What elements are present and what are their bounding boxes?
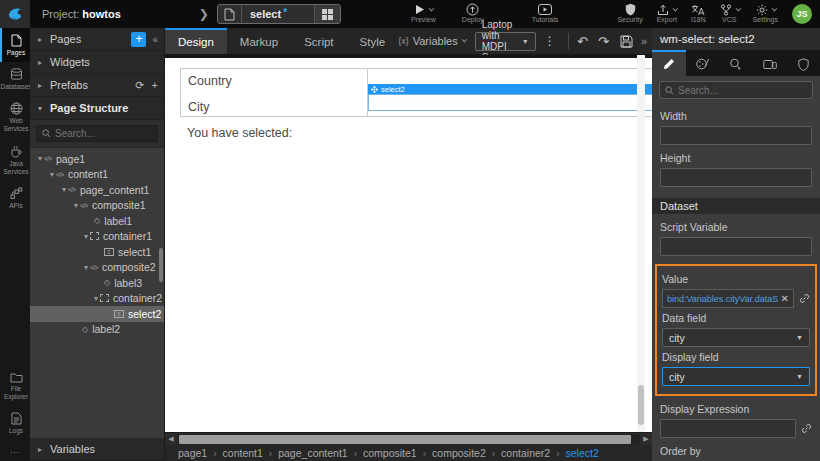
tree-node-label3[interactable]: label3 <box>30 275 164 291</box>
expand-right-icon[interactable]: » <box>641 35 647 47</box>
section-header-pages[interactable]: Pages + « <box>30 28 164 51</box>
tree-search-input[interactable] <box>55 128 152 139</box>
tab-design[interactable]: Design <box>165 28 227 54</box>
breadcrumb-composite1[interactable]: composite1 <box>363 447 432 459</box>
tree-node-composite1[interactable]: </>composite1 <box>30 198 164 214</box>
bind-link-icon[interactable] <box>801 423 812 434</box>
user-avatar[interactable]: JS <box>792 4 812 24</box>
tab-styles[interactable] <box>686 50 720 76</box>
value-binding-input[interactable]: bind:Variables.cityVar.dataSet ✕ <box>662 289 794 308</box>
scroll-left-icon[interactable]: ◀ <box>165 435 177 443</box>
section-header-widgets[interactable]: Widgets <box>30 51 164 74</box>
tree-node-composite2[interactable]: </>composite2 <box>30 260 164 276</box>
section-header-page-structure[interactable]: Page Structure <box>30 97 164 120</box>
clear-binding-icon[interactable]: ✕ <box>781 293 789 304</box>
data-field-select[interactable]: city ▼ <box>662 328 810 347</box>
scrollbar-thumb[interactable] <box>179 435 631 444</box>
expand-icon[interactable] <box>72 201 80 210</box>
design-canvas[interactable]: Country City select2 You have sele <box>165 55 652 432</box>
expand-icon[interactable] <box>82 232 90 241</box>
page-grid-button[interactable] <box>314 5 340 23</box>
scroll-right-icon[interactable]: ▶ <box>640 435 652 443</box>
select2-widget[interactable]: select2 <box>368 84 652 111</box>
deploy-icon <box>466 3 479 16</box>
display-expression-field[interactable] <box>660 419 796 438</box>
refresh-icon[interactable]: ⟳ <box>135 79 144 92</box>
tab-style[interactable]: Style <box>347 28 399 54</box>
variables-button[interactable]: {x} Variables <box>398 35 465 47</box>
breadcrumb-page_content1[interactable]: page_content1 <box>278 447 363 459</box>
redo-button[interactable]: ↷ <box>598 34 609 49</box>
tab-security[interactable] <box>786 50 820 76</box>
markup-icon: </> <box>44 155 52 162</box>
wavemaker-logo[interactable] <box>0 0 30 28</box>
properties-search[interactable] <box>659 81 813 99</box>
preview-button[interactable]: Preview <box>411 3 436 24</box>
breadcrumb-page1[interactable]: page1 <box>178 447 223 459</box>
properties-search-input[interactable] <box>678 85 807 96</box>
tree-scrollbar[interactable] <box>159 248 163 282</box>
tab-devices[interactable] <box>753 50 787 76</box>
tab-script[interactable]: Script <box>291 28 346 54</box>
width-field[interactable] <box>660 126 812 145</box>
sidebar-overflow-button[interactable]: ... <box>0 440 30 461</box>
save-button[interactable] <box>620 35 633 48</box>
expand-icon[interactable] <box>48 170 56 179</box>
tree-node-content1[interactable]: </>content1 <box>30 167 164 183</box>
tab-markup[interactable]: Markup <box>227 28 291 54</box>
expand-icon[interactable] <box>60 185 68 194</box>
tree-node-container2[interactable]: container2 <box>30 291 164 307</box>
tab-events[interactable] <box>719 50 753 76</box>
breadcrumb-content1[interactable]: content1 <box>223 447 279 459</box>
script-variable-field[interactable] <box>660 237 812 256</box>
breadcrumb-composite2[interactable]: composite2 <box>432 447 501 459</box>
undo-button[interactable]: ↶ <box>577 34 588 49</box>
tree-search[interactable] <box>36 125 158 142</box>
sidebar-item-file-explorer[interactable]: File Explorer <box>0 366 30 406</box>
settings-button[interactable]: Settings <box>753 3 778 24</box>
height-field[interactable] <box>660 168 812 187</box>
add-page-button[interactable]: + <box>131 32 146 47</box>
canvas-vertical-scrollbar[interactable] <box>637 55 645 432</box>
tab-properties[interactable] <box>652 50 686 76</box>
display-field-select[interactable]: city ▼ <box>662 367 810 386</box>
sidebar-item-web-services[interactable]: Web Services <box>0 96 30 138</box>
sidebar-item-java-services[interactable]: Java Services <box>0 139 30 181</box>
section-header-prefabs[interactable]: Prefabs ⟳ + <box>30 74 164 97</box>
expand-icon[interactable] <box>82 263 90 272</box>
tree-node-page_content1[interactable]: </>page_content1 <box>30 182 164 198</box>
expand-icon[interactable] <box>92 294 100 303</box>
more-options-icon[interactable]: ⋮ <box>544 34 556 48</box>
select2-dropdown[interactable] <box>368 94 652 111</box>
expand-icon[interactable] <box>36 154 44 163</box>
security-button[interactable]: Security <box>617 3 642 24</box>
tree-node-select1[interactable]: ≡select1 <box>30 244 164 260</box>
i18n-button[interactable]: I18N <box>691 3 706 24</box>
section-header-variables[interactable]: Variables <box>30 438 164 461</box>
page-structure-tree: </>page1 </>content1 </>page_content1 </… <box>30 148 164 438</box>
add-prefab-button[interactable]: + <box>152 79 158 91</box>
breadcrumb-container2[interactable]: container2 <box>501 447 565 459</box>
bind-link-icon[interactable] <box>799 293 810 304</box>
tree-node-label1[interactable]: label1 <box>30 213 164 229</box>
collapse-panel-icon[interactable]: « <box>152 34 158 45</box>
sidebar-item-pages[interactable]: Pages <box>0 28 30 62</box>
tree-node-container1[interactable]: container1 <box>30 229 164 245</box>
tree-node-page1[interactable]: </>page1 <box>30 151 164 167</box>
sidebar-item-logs[interactable]: Logs <box>0 406 30 440</box>
page-selector[interactable]: select * <box>217 4 341 24</box>
vcs-button[interactable]: VCS <box>720 3 739 24</box>
tree-node-select2-selected[interactable]: ≡select2 <box>30 306 164 322</box>
canvas-horizontal-scrollbar[interactable]: ◀ ▶ <box>165 432 652 445</box>
sidebar-item-databases[interactable]: Databases <box>0 62 30 96</box>
tutorials-button[interactable]: Tutorials <box>532 3 559 24</box>
city-label[interactable]: City <box>188 100 367 114</box>
tree-node-label2[interactable]: label2 <box>30 322 164 338</box>
export-button[interactable]: Export <box>657 3 677 24</box>
device-select[interactable]: Laptop with MDPI Screen ▼ <box>475 32 536 51</box>
selected-widget-badge[interactable]: select2 <box>368 84 652 94</box>
breadcrumb-select2[interactable]: select2 <box>566 447 599 459</box>
country-label[interactable]: Country <box>188 74 367 88</box>
deploy-button[interactable]: Deploy <box>462 3 484 24</box>
sidebar-item-apis[interactable]: APIs <box>0 181 30 215</box>
